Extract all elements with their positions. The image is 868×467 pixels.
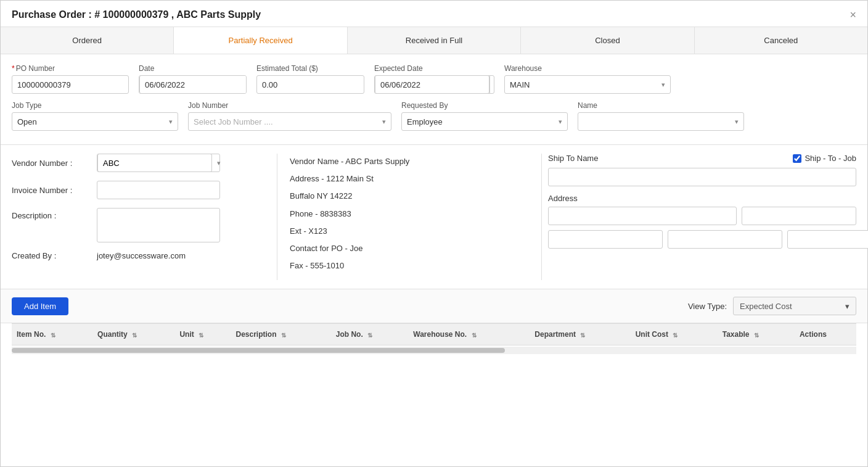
date-input-wrap: 📅 [139,75,247,94]
po-number-label: *PO Number [12,64,129,73]
vendor-ext: Ext - X123 [290,226,529,237]
col-job-no[interactable]: Job No. ⇅ [331,324,409,345]
form-row-1: *PO Number Date 📅 Estimated Total ($) Ex… [12,64,856,94]
items-table: Item No. ⇅ Quantity ⇅ Unit ⇅ Description… [12,323,856,345]
vendor-number-chevron-icon: ▾ [212,159,226,167]
ship-name-input[interactable] [548,168,856,186]
modal-title: Purchase Order : # 100000000379 , ABC Pa… [12,9,261,20]
address-state-input[interactable] [668,230,782,249]
invoice-number-label: Invoice Number : [12,186,92,195]
address-row-1 [548,207,856,225]
col-description[interactable]: Description ⇅ [231,324,331,345]
sort-icon-unit: ⇅ [199,332,203,339]
col-unit[interactable]: Unit ⇅ [174,324,231,345]
tab-canceled[interactable]: Canceled [695,27,867,54]
warehouse-label: Warehouse [504,64,671,73]
sort-icon-taxable: ⇅ [754,332,759,339]
col-unit-cost[interactable]: Unit Cost ⇅ [631,324,718,345]
vendor-number-label: Vendor Number : [12,159,92,168]
col-quantity[interactable]: Quantity ⇅ [92,324,174,345]
bottom-bar: Add Item View Type: Expected Cost ▾ [1,289,867,323]
expected-calendar-icon[interactable]: 📅 [489,76,494,93]
vendor-info: Vendor Name - ABC Parts Supply Address -… [277,154,542,280]
tab-received-full[interactable]: Received in Full [348,27,521,54]
est-total-label: Estimated Total ($) [256,64,364,73]
warehouse-group: Warehouse MAIN ▾ [504,64,671,94]
job-type-chevron-icon: ▾ [169,118,173,126]
vendor-left: Vendor Number : ▾ Invoice Number : Descr… [12,154,271,280]
name-group: Name ▾ [578,101,744,131]
sort-icon-description: ⇅ [281,332,286,339]
date-input[interactable] [139,75,247,94]
ship-to-name-label: Ship To Name [548,154,598,163]
requested-by-select[interactable]: Employee ▾ [401,112,568,131]
vendor-phone: Phone - 8838383 [290,209,529,220]
description-input[interactable] [97,208,220,242]
expected-date-input[interactable] [375,75,489,94]
po-number-input[interactable] [12,75,129,94]
scrollbar-thumb[interactable] [12,348,505,353]
created-by-row: Created By : jotey@successware.com [12,251,271,260]
vendor-name: Vendor Name - ABC Parts Supply [290,156,529,167]
job-number-select[interactable]: Select Job Number .... ▾ [188,112,391,131]
horizontal-scrollbar[interactable] [12,347,856,354]
vendor-number-input[interactable] [97,154,212,172]
name-select[interactable]: ▾ [578,112,744,131]
date-group: Date 📅 [139,64,247,94]
col-taxable[interactable]: Taxable ⇅ [718,324,795,345]
address-street-input[interactable] [548,207,737,225]
view-type-chevron-icon: ▾ [845,302,850,311]
description-row: Description : [12,208,271,242]
warehouse-select[interactable]: MAIN ▾ [504,75,671,94]
view-type-wrap: View Type: Expected Cost ▾ [688,297,856,315]
tab-closed[interactable]: Closed [521,27,694,54]
address-apt-input[interactable] [742,207,856,225]
invoice-number-row: Invoice Number : [12,181,271,199]
job-number-label: Job Number [188,101,391,110]
vendor-contact: Contact for PO - Joe [290,243,529,254]
sort-icon-quantity: ⇅ [132,332,137,339]
view-type-value: Expected Cost [740,302,792,311]
col-item-no[interactable]: Item No. ⇅ [12,324,92,345]
close-button[interactable]: × [850,9,856,20]
vendor-number-wrap: ▾ [97,154,220,172]
address-label: Address [548,194,856,203]
vendor-number-row: Vendor Number : ▾ [12,154,271,172]
expected-date-wrap: 📅 [374,75,494,94]
requested-by-group: Requested By Employee ▾ [401,101,568,131]
requested-by-label: Requested By [401,101,568,110]
tab-ordered[interactable]: Ordered [1,27,174,54]
job-type-label: Job Type [12,101,178,110]
sort-icon-unit-cost: ⇅ [673,332,678,339]
purchase-order-modal: Purchase Order : # 100000000379 , ABC Pa… [0,0,868,467]
name-chevron-icon: ▾ [735,118,739,126]
job-type-select[interactable]: Open ▾ [12,112,178,131]
modal-header: Purchase Order : # 100000000379 , ABC Pa… [1,1,867,27]
ship-to-job-checkbox[interactable] [793,154,801,163]
sort-icon-item-no: ⇅ [51,332,55,339]
address-row-2 [548,230,856,249]
table-section: Item No. ⇅ Quantity ⇅ Unit ⇅ Description… [1,323,867,354]
tab-partially-received[interactable]: Partially Received [174,27,347,54]
ship-to-job-wrap: Ship - To - Job [793,154,856,163]
ship-to-section: Ship To Name Ship - To - Job Address [548,154,856,280]
add-item-button[interactable]: Add Item [12,297,68,315]
date-label: Date [139,64,247,73]
invoice-number-input[interactable] [97,181,220,199]
vendor-address: Address - 1212 Main St [290,173,529,184]
job-type-group: Job Type Open ▾ [12,101,178,131]
job-number-chevron-icon: ▾ [382,118,386,126]
ship-to-job-label: Ship - To - Job [805,154,856,163]
view-type-select[interactable]: Expected Cost ▾ [733,297,856,315]
vendor-fax: Fax - 555-1010 [290,260,529,271]
created-by-value: jotey@successware.com [97,251,186,260]
est-total-input[interactable] [256,75,364,94]
warehouse-chevron-icon: ▾ [661,81,665,89]
po-number-group: *PO Number [12,64,129,94]
col-department[interactable]: Department ⇅ [530,324,630,345]
expected-date-label: Expected Date [374,64,494,73]
col-warehouse-no[interactable]: Warehouse No. ⇅ [408,324,530,345]
sort-icon-warehouse-no: ⇅ [472,332,477,339]
address-zip-input[interactable] [787,230,868,249]
address-city-input[interactable] [548,230,663,249]
